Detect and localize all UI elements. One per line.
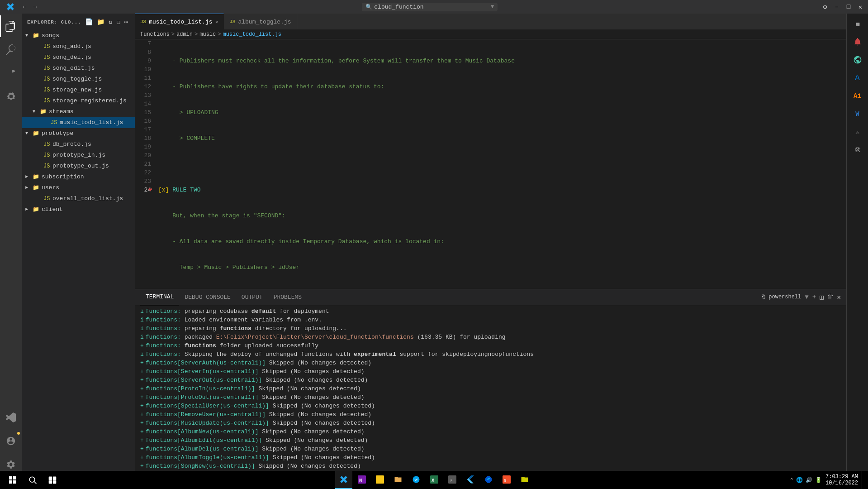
search-taskbar-icon[interactable] (24, 471, 42, 489)
trash-icon[interactable]: 🗑 (827, 293, 834, 301)
tree-item-client[interactable]: ► 📁 client (22, 204, 135, 215)
taskbar-excel[interactable]: X (426, 471, 443, 489)
breadcrumb-admin[interactable]: admin (176, 31, 193, 38)
plugin-icon[interactable]: ✍ (847, 124, 868, 140)
terminal-dropdown-icon[interactable]: ▼ (805, 293, 808, 301)
terminal-line: + functions[AlbumNew(us-central1)] Skipp… (140, 427, 841, 436)
minimap-icon[interactable]: ▩ (847, 15, 868, 32)
folder-icon: 📁 (40, 107, 47, 117)
t-prefix: + (140, 436, 144, 445)
activity-explorer[interactable] (0, 15, 22, 37)
word-icon[interactable]: W (847, 106, 868, 122)
close-terminal-icon[interactable]: ✕ (837, 293, 841, 301)
taskbar-edge[interactable] (480, 471, 497, 489)
remote-icon[interactable] (847, 52, 868, 68)
code-editor[interactable]: 7 8 9 10 11 12 13 14 15 16 17 18 19 20 2… (135, 39, 846, 289)
sound-icon[interactable]: 🔊 (806, 477, 812, 484)
taskbar-onenote[interactable]: N (353, 471, 370, 489)
minimize-btn[interactable]: – (833, 3, 841, 11)
terminal-tab-terminal[interactable]: TERMINAL (140, 289, 179, 305)
task-view-icon[interactable] (43, 471, 62, 489)
close-btn[interactable]: ✕ (856, 3, 864, 11)
breadcrumb-music[interactable]: music (199, 31, 216, 38)
start-button[interactable] (4, 471, 22, 489)
new-file-icon[interactable]: 📄 (84, 17, 94, 27)
t-prefix: + (140, 393, 144, 402)
tree-item-songs[interactable]: ▼ 📁 songs (22, 30, 135, 41)
tree-item-prototype-out[interactable]: JS prototype_out.js (22, 161, 135, 172)
activity-scm[interactable] (0, 62, 22, 84)
taskbar-folder[interactable] (389, 471, 407, 489)
code-line-11 (158, 160, 846, 168)
js-file-icon: JS (43, 150, 51, 160)
new-terminal-icon[interactable]: + (812, 293, 816, 301)
breadcrumb-file[interactable]: music_todo_list.js (223, 31, 281, 38)
search-dropdown-icon[interactable]: ▼ (491, 4, 494, 10)
terminal-tab-problems[interactable]: PROBLEMS (268, 289, 307, 305)
settings-icon[interactable]: ⚙ (821, 3, 829, 11)
network-icon[interactable]: 🌐 (796, 477, 803, 484)
terminal-tab-output[interactable]: OUTPUT (236, 289, 268, 305)
taskbar-vscode[interactable] (335, 471, 352, 489)
terminal-line: + functions[SongNew(us-central1)] Skippe… (140, 462, 841, 470)
code-content[interactable]: - Publishers must recheck all the inform… (155, 39, 846, 289)
t-prefix: + (140, 376, 144, 384)
terminal-tab-debug[interactable]: DEBUG CONSOLE (179, 289, 236, 305)
taskbar-files[interactable] (516, 471, 533, 489)
notification-bell-icon[interactable] (847, 34, 868, 50)
js-file-icon: JS (43, 161, 51, 171)
tree-item-overall-todo[interactable]: JS overall_todo_list.js (22, 193, 135, 204)
tree-item-users[interactable]: ► 📁 users (22, 182, 135, 193)
azure-icon[interactable]: A (847, 70, 868, 86)
tree-item-song-edit[interactable]: JS song_edit.js (22, 63, 135, 74)
tab-close-icon[interactable]: ✕ (215, 19, 218, 25)
tree-item-song-del[interactable]: JS song_del.js (22, 52, 135, 63)
battery-icon[interactable]: 🔋 (815, 477, 822, 484)
nav-back-btn[interactable]: ← (21, 3, 28, 11)
terminal-content[interactable]: i functions: preparing codebase default … (135, 305, 846, 479)
terminal-line: + functions[ServerIn(us-central1)] Skipp… (140, 367, 841, 376)
svg-rect-3 (53, 477, 57, 480)
chevron-icon[interactable]: ⌃ (790, 477, 793, 484)
search-bar[interactable]: 🔍 cloud_function ▼ (362, 3, 498, 11)
t-text: functions[MusicUpdate(us-central1)] Skip… (146, 419, 375, 427)
maximize-btn[interactable]: □ (844, 3, 853, 11)
split-terminal-icon[interactable]: ◫ (820, 293, 823, 301)
activity-debug[interactable] (0, 86, 22, 108)
tree-item-storage-new[interactable]: JS storage_new.js (22, 85, 135, 96)
plugin2-icon[interactable]: 🛠 (847, 142, 868, 158)
tree-item-prototype[interactable]: ▼ 📁 prototype (22, 128, 135, 139)
tree-item-song-add[interactable]: JS song_add.js (22, 41, 135, 52)
activity-account[interactable] (0, 430, 22, 452)
refresh-icon[interactable]: ↻ (108, 17, 114, 27)
taskbar-task[interactable] (408, 471, 425, 489)
activity-search[interactable] (0, 39, 22, 61)
tree-item-subscription[interactable]: ► 📁 subscription (22, 172, 135, 182)
line-num: 11 (138, 74, 151, 82)
taskbar-flutter[interactable] (462, 471, 479, 489)
breadcrumb-functions[interactable]: functions (140, 31, 170, 38)
tree-item-db-proto[interactable]: JS db_proto.js (22, 139, 135, 150)
illustrator-icon[interactable]: Ai (847, 88, 868, 104)
tree-item-streams[interactable]: ▼ 📁 streams (22, 106, 135, 117)
taskbar-git[interactable]: G (498, 471, 515, 489)
taskbar-clock[interactable]: 7:03:29 AM 10/16/2022 (825, 474, 858, 486)
tree-item-prototype-in[interactable]: JS prototype_in.js (22, 150, 135, 161)
tree-item-storage-registered[interactable]: JS storage_registered.js (22, 96, 135, 106)
code-line-12: ❤ [x] RULE TWO (158, 186, 846, 194)
tab-music-todo[interactable]: JS music_todo_list.js ✕ (135, 14, 224, 29)
new-folder-icon[interactable]: 📁 (96, 17, 106, 27)
taskbar-sticky[interactable] (371, 471, 389, 489)
tree-item-music-todo[interactable]: JS music_todo_list.js (22, 117, 135, 128)
line-num: 15 (138, 108, 151, 117)
title-bar-left: ← → (4, 0, 39, 14)
collapse-icon[interactable]: ◻ (115, 17, 121, 27)
tab-album-toggle[interactable]: JS album_toggle.js (224, 14, 297, 29)
activity-extensions[interactable] (0, 407, 22, 428)
nav-forward-btn[interactable]: → (32, 3, 39, 11)
activity-bar-bottom (0, 407, 22, 479)
more-icon[interactable]: ⋯ (123, 17, 129, 27)
tree-item-song-toggle[interactable]: JS song_toggle.js (22, 74, 135, 85)
show-desktop-btn[interactable] (862, 471, 864, 489)
taskbar-app2[interactable]: ⚡ (444, 471, 461, 489)
